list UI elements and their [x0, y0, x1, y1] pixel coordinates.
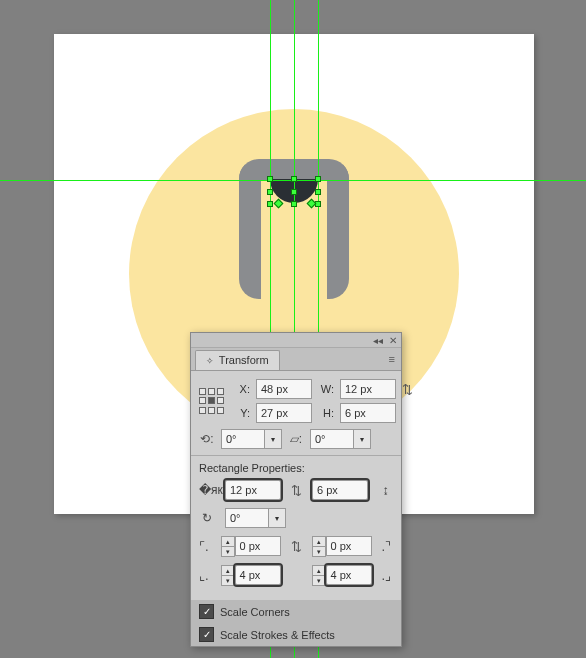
transform-panel[interactable]: ◂◂ ✕ ✧ Transform ≡ X: 48 px W: 12 px ⇅	[190, 332, 402, 647]
rotate-icon: ⟲:	[199, 432, 215, 446]
chevron-down-icon[interactable]: ▾	[354, 429, 371, 449]
height-icon: ↨	[378, 483, 393, 497]
scale-corners-label: Scale Corners	[220, 606, 290, 618]
chevron-down-icon[interactable]: ▾	[269, 508, 286, 528]
selection-handle-center[interactable]	[291, 189, 297, 195]
panel-menu-icon[interactable]: ≡	[389, 353, 395, 365]
corner-tr-icon: .⌝	[382, 539, 394, 554]
w-label: W:	[318, 383, 334, 395]
link-rect-wh-icon[interactable]: ⇅	[291, 483, 302, 498]
y-label: Y:	[234, 407, 250, 419]
collapse-icon[interactable]: ◂◂	[373, 335, 383, 346]
x-label: X:	[234, 383, 250, 395]
h-field[interactable]: 6 px	[340, 403, 396, 423]
rect-rotate-icon: ↻	[199, 511, 215, 525]
scale-corners-row[interactable]: ✓ Scale Corners	[191, 600, 401, 623]
scale-strokes-label: Scale Strokes & Effects	[220, 629, 335, 641]
rect-props-label: Rectangle Properties:	[199, 462, 393, 474]
panel-tabs: ✧ Transform ≡	[191, 348, 401, 371]
width-icon: �які↔⎸	[199, 483, 215, 497]
tab-transform[interactable]: ✧ Transform	[195, 350, 280, 370]
link-corners-icon[interactable]: ⇅	[291, 539, 302, 554]
corner-tl-icon: ⌜.	[199, 539, 211, 554]
selection-handle[interactable]	[291, 201, 297, 207]
panel-titlebar[interactable]: ◂◂ ✕	[191, 333, 401, 348]
checkbox-checked-icon[interactable]: ✓	[199, 627, 214, 642]
scale-strokes-row[interactable]: ✓ Scale Strokes & Effects	[191, 623, 401, 646]
selection-handle[interactable]	[267, 201, 273, 207]
corner-br-field[interactable]: ▴▾ 4 px	[312, 565, 372, 586]
corner-tl-field[interactable]: ▴▾ 0 px	[221, 536, 281, 557]
selection-handle[interactable]	[315, 176, 321, 182]
reference-point-selector[interactable]	[199, 388, 224, 414]
chevron-down-icon[interactable]: ▾	[265, 429, 282, 449]
checkbox-checked-icon[interactable]: ✓	[199, 604, 214, 619]
selection-handle[interactable]	[291, 176, 297, 182]
y-field[interactable]: 27 px	[256, 403, 312, 423]
close-icon[interactable]: ✕	[389, 335, 397, 346]
link-wh-icon[interactable]: ⇅	[402, 382, 413, 397]
rect-width-field[interactable]: 12 px	[225, 480, 281, 500]
rect-rotate-dropdown[interactable]: 0° ▾	[225, 508, 286, 528]
w-field[interactable]: 12 px	[340, 379, 396, 399]
shear-dropdown[interactable]: 0° ▾	[310, 429, 371, 449]
tab-label: Transform	[219, 354, 269, 366]
corner-tr-field[interactable]: ▴▾ 0 px	[312, 536, 372, 557]
shear-icon: ▱:	[288, 432, 304, 446]
h-label: H:	[318, 407, 334, 419]
selection-handle[interactable]	[315, 189, 321, 195]
selection-handle[interactable]	[267, 176, 273, 182]
rect-height-field[interactable]: 6 px	[312, 480, 368, 500]
selection-handle[interactable]	[267, 189, 273, 195]
rotate-dropdown[interactable]: 0° ▾	[221, 429, 282, 449]
x-field[interactable]: 48 px	[256, 379, 312, 399]
corner-br-icon: .⌟	[382, 568, 394, 583]
transform-icon: ✧	[206, 356, 214, 366]
corner-bl-field[interactable]: ▴▾ 4 px	[221, 565, 281, 586]
corner-bl-icon: ⌞.	[199, 568, 211, 583]
